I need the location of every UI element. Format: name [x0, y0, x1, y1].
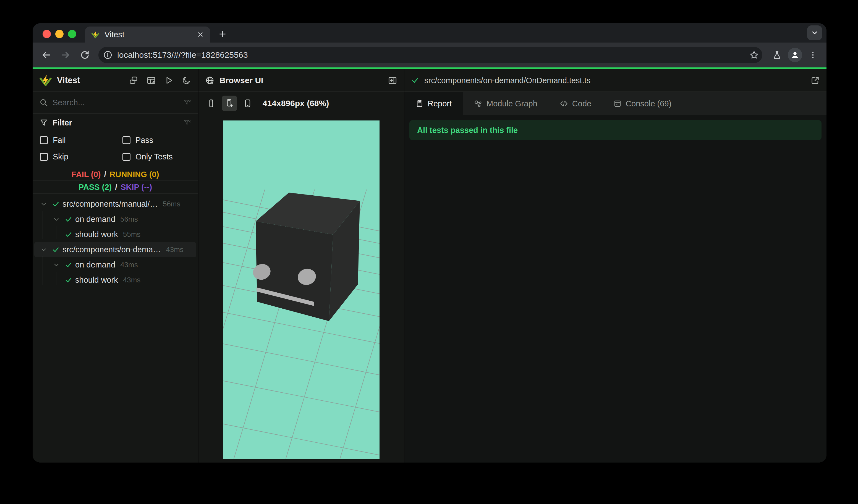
- tab-report[interactable]: Report: [404, 92, 463, 115]
- pass-check-icon: [62, 276, 75, 284]
- search-input[interactable]: [52, 98, 178, 107]
- test-case-row[interactable]: should work 55ms: [34, 227, 196, 242]
- preview-content: [198, 115, 404, 462]
- reload-button[interactable]: [76, 46, 93, 64]
- vitest-favicon: [91, 30, 99, 39]
- tab-module-graph[interactable]: Module Graph: [463, 92, 549, 115]
- preview-title: Browser UI: [220, 76, 383, 85]
- site-info-icon[interactable]: [101, 48, 114, 62]
- globe-icon: [205, 76, 214, 85]
- chevron-down-icon[interactable]: [37, 200, 50, 208]
- filter-option-only-tests[interactable]: Only Tests: [115, 148, 198, 165]
- file-pass-check-icon: [411, 76, 419, 84]
- checkbox-pass[interactable]: [123, 136, 130, 144]
- pass-check-icon: [62, 231, 75, 239]
- back-button[interactable]: [37, 46, 55, 64]
- tab-close-icon[interactable]: [197, 31, 204, 38]
- code-icon: [559, 99, 568, 108]
- tab-code[interactable]: Code: [549, 92, 602, 115]
- minimize-window-button[interactable]: [55, 30, 64, 38]
- chevron-down-icon[interactable]: [37, 246, 50, 254]
- device-toolbar: 414x896px (68%): [198, 92, 404, 115]
- dashboard-report-icon[interactable]: [146, 76, 156, 85]
- forward-button[interactable]: [57, 46, 74, 64]
- filter-option-fail[interactable]: Fail: [33, 132, 115, 148]
- clear-filters-icon[interactable]: [183, 118, 191, 127]
- test-render-canvas[interactable]: [223, 120, 380, 459]
- test-suite-row[interactable]: on demand 43ms: [34, 257, 196, 273]
- checkbox-only-tests[interactable]: [123, 153, 130, 161]
- pass-check-icon: [50, 246, 62, 254]
- sidebar: Vitest: [33, 69, 198, 462]
- pass-check-icon: [62, 215, 75, 223]
- zoom-window-button[interactable]: [68, 30, 76, 38]
- open-file-path[interactable]: src/components/on-demand/OnDemand.test.t…: [424, 76, 806, 85]
- search-row: [33, 92, 198, 114]
- bookmark-star-icon[interactable]: [749, 50, 759, 60]
- summary-pass: PASS (2): [79, 183, 112, 192]
- summary-skip: SKIP (--): [121, 183, 152, 192]
- search-icon: [39, 98, 48, 107]
- device-phone-small-button[interactable]: [204, 96, 219, 111]
- browser-menu-icon[interactable]: [804, 46, 822, 64]
- test-summary: FAIL (0) / RUNNING (0) PASS (2) / SKIP (…: [33, 168, 198, 194]
- tab-console[interactable]: Console (69): [602, 92, 682, 115]
- browser-window: Vitest localhost:5173/#/?file=1828625563: [33, 23, 826, 462]
- summary-fail: FAIL (0): [72, 170, 101, 179]
- test-file-row-selected[interactable]: src/components/on-dema… 43ms: [34, 242, 196, 257]
- details-panel: src/components/on-demand/OnDemand.test.t…: [404, 69, 826, 462]
- summary-running: RUNNING (0): [110, 170, 159, 179]
- filter-option-pass[interactable]: Pass: [115, 132, 198, 148]
- experiments-flask-icon[interactable]: [768, 46, 785, 64]
- filter-title: Filter: [52, 118, 178, 127]
- app-title: Vitest: [57, 76, 124, 85]
- console-icon: [614, 99, 622, 108]
- module-graph-icon: [474, 99, 483, 108]
- checkbox-fail[interactable]: [40, 136, 48, 144]
- filter-funnel-icon: [39, 118, 48, 127]
- browser-tab-vitest[interactable]: Vitest: [85, 27, 210, 43]
- collapse-panels-icon[interactable]: [129, 76, 138, 85]
- browser-toolbar: localhost:5173/#/?file=1828625563: [33, 43, 826, 67]
- progress-accent-line: [33, 67, 826, 69]
- profile-avatar[interactable]: [788, 48, 802, 62]
- filter-section: Filter Fail Pass Skip Only Tests: [33, 114, 198, 168]
- pass-check-icon: [50, 200, 62, 208]
- cube-robot-head: [251, 193, 360, 321]
- device-tablet-button[interactable]: [240, 96, 255, 111]
- test-case-row[interactable]: should work 43ms: [34, 273, 196, 288]
- new-tab-button[interactable]: [216, 27, 229, 41]
- checkbox-skip[interactable]: [40, 153, 48, 161]
- all-tests-passed-banner: All tests passed in this file: [409, 120, 822, 140]
- report-content: All tests passed in this file: [404, 115, 826, 462]
- pass-check-icon: [62, 261, 75, 269]
- device-phone-plus-button[interactable]: [222, 96, 237, 111]
- test-suite-row[interactable]: on demand 56ms: [34, 212, 196, 227]
- viewport-size-label: 414x896px (68%): [263, 99, 329, 108]
- tab-strip: Vitest: [33, 23, 826, 43]
- browser-preview-panel: Browser UI 414x896px (68%): [198, 69, 404, 462]
- filter-option-skip[interactable]: Skip: [33, 148, 115, 165]
- run-all-icon[interactable]: [164, 76, 174, 85]
- details-tab-bar: Report Module Graph Code: [404, 92, 826, 115]
- vitest-logo: [39, 74, 52, 87]
- tab-title: Vitest: [105, 30, 192, 39]
- external-link-icon[interactable]: [810, 76, 820, 85]
- dark-mode-moon-icon[interactable]: [182, 76, 191, 85]
- address-bar[interactable]: localhost:5173/#/?file=1828625563: [98, 47, 762, 63]
- traffic-lights: [43, 30, 76, 38]
- open-in-panel-icon[interactable]: [388, 76, 397, 85]
- chevron-down-icon[interactable]: [50, 261, 62, 269]
- url-text[interactable]: localhost:5173/#/?file=1828625563: [117, 50, 749, 60]
- report-clipboard-icon: [415, 99, 424, 108]
- close-window-button[interactable]: [43, 30, 51, 38]
- tab-search-button[interactable]: [807, 26, 822, 40]
- test-file-row[interactable]: src/components/manual/… 56ms: [34, 196, 196, 212]
- chevron-down-icon[interactable]: [50, 216, 62, 223]
- test-tree: src/components/manual/… 56ms on demand 5…: [33, 194, 198, 462]
- clear-search-filter-icon[interactable]: [183, 98, 191, 107]
